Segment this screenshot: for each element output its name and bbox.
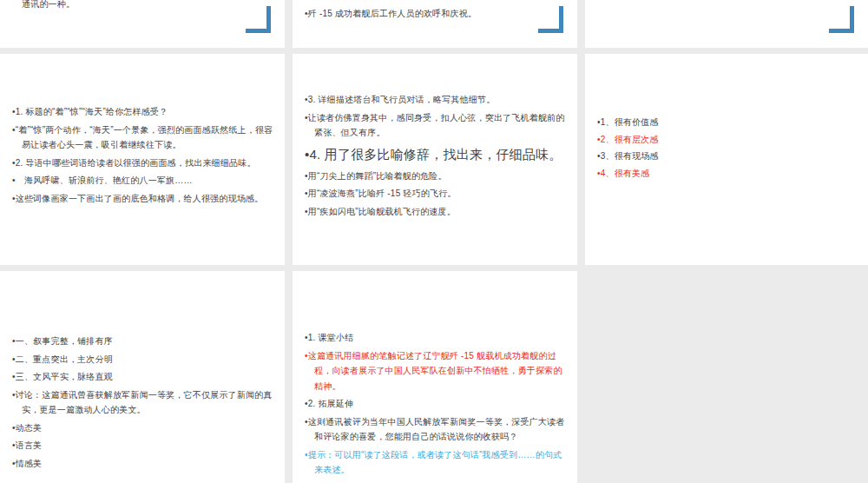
slide-text-line: •2. 导语中哪些词语给读者以很强的画面感，找出来细细品味。 [12,155,275,171]
slide-text-line: •2. 拓展延伸 [305,396,568,412]
slide-text-line: •语言美 [12,438,275,453]
slide-text-block: 通讯的一种。 [12,0,275,15]
slide-thumbnail-r1c3[interactable] [585,0,868,48]
slide-text-line: • 海风呼啸、斩浪前行、艳红的八一军旗…… [12,173,275,189]
slide-text-line: •3. 详细描述塔台和飞行员对话，略写其他细节。 [305,92,568,108]
slide-text-line: •三、文风平实，脉络直观 [12,369,275,385]
slide-text-line: •二、重点突出，主次分明 [12,352,275,367]
slide-text-line: •1. 标题的“着”“惊”“海天”给你怎样感受？ [12,104,275,120]
slide-thumbnail-r1c2[interactable]: •歼 -15 成功着舰的过程•歼 -15 成功着舰后工作人员的欢呼和庆祝。 [293,0,577,48]
corner-bracket-icon [246,6,271,33]
slide-text-line: •1. 课堂小结 [305,330,568,346]
slide-text-block: •3. 详细描述塔台和飞行员对话，略写其他细节。•让读者仿佛置身其中，感同身受，… [305,92,568,222]
slide-text-line: •用“刀尖上的舞蹈”比喻着舰的危险。 [305,169,568,184]
slide-text-line: •3、很有现场感 [597,149,858,164]
slide-text-line: •4、很有美感 [597,166,858,182]
corner-bracket-icon [829,6,854,33]
slide-text-line: •让读者仿佛置身其中，感同身受，扣人心弦，突出了飞机着舰前的紧张、但又有序。 [305,110,568,141]
slide-text-line: •歼 -15 成功着舰后工作人员的欢呼和庆祝。 [305,6,568,22]
slide-text-block: •1. 课堂小结•这篇通讯用细腻的笔触记述了辽宁舰歼 -15 舰载机成功着舰的过… [305,330,568,480]
slide-text-line: •提示：可以用“读了这段话，或者读了这句话”我感受到……的句式来表述。 [305,447,568,478]
slide-text-line: •这篇通讯用细腻的笔触记述了辽宁舰歼 -15 舰载机成功着舰的过程，向读者展示了… [305,348,568,394]
slide-text-block: •1、很有价值感•2、很有层次感•3、很有现场感•4、很有美感 [597,115,858,182]
slide-text-line: 通讯的一种。 [12,0,275,12]
slide-text-line: •讨论：这篇通讯曾喜获解放军新闻一等奖，它不仅展示了新闻的真实，更是一篇激动人心… [12,387,275,418]
slide-text-block: •一、叙事完整，铺排有序•二、重点突出，主次分明•三、文风平实，脉络直观•讨论：… [12,334,275,473]
slide-text-line: •2、很有层次感 [597,132,858,148]
slide-text-line: •情感美 [12,456,275,472]
corner-bracket-icon [538,6,563,33]
slide-thumbnail-r2c1[interactable]: •1. 标题的“着”“惊”“海天”给你怎样感受？•“着”“惊”两个动作，“海天”… [0,54,285,265]
slide-text-line: •4. 用了很多比喻修辞，找出来，仔细品味。 [305,143,568,165]
slide-text-line: •这些词像画家一下画出了画的底色和格调，给人很强的现场感。 [12,191,275,207]
slide-thumbnail-r2c3[interactable]: •1、很有价值感•2、很有层次感•3、很有现场感•4、很有美感 [585,54,868,265]
slide-text-line: •用“凌波海燕”比喻歼 -15 轻巧的飞行。 [305,186,568,202]
slide-text-line: •1、很有价值感 [597,115,858,130]
slide-text-line: •一、叙事完整，铺排有序 [12,334,275,349]
slide-thumbnail-r3c1[interactable]: •一、叙事完整，铺排有序•二、重点突出，主次分明•三、文风平实，脉络直观•讨论：… [0,271,285,483]
slide-text-block: •1. 标题的“着”“惊”“海天”给你怎样感受？•“着”“惊”两个动作，“海天”… [12,104,275,208]
slide-text-block: •歼 -15 成功着舰的过程•歼 -15 成功着舰后工作人员的欢呼和庆祝。 [305,0,568,23]
slide-text-line: •“着”“惊”两个动作，“海天”一个景象，强烈的画面感跃然纸上，很容易让读者心头… [12,122,275,153]
slide-text-line: •用“疾如闪电”比喻舰载机飞行的速度。 [305,204,568,220]
slide-sorter-canvas: 通讯的一种。 •歼 -15 成功着舰的过程•歼 -15 成功着舰后工作人员的欢呼… [0,0,868,483]
slide-text-line: •动态美 [12,420,275,436]
slide-text-line: •歼 -15 成功着舰的过程 [305,0,568,3]
slide-thumbnail-r2c2[interactable]: •3. 详细描述塔台和飞行员对话，略写其他细节。•让读者仿佛置身其中，感同身受，… [293,54,577,265]
slide-text-line: •这则通讯被评为当年中国人民解放军新闻奖一等奖，深受广大读者和评论家的喜爱，您能… [305,414,568,445]
slide-thumbnail-r1c1[interactable]: 通讯的一种。 [0,0,285,48]
slide-thumbnail-r3c2[interactable]: •1. 课堂小结•这篇通讯用细腻的笔触记述了辽宁舰歼 -15 舰载机成功着舰的过… [293,271,577,483]
